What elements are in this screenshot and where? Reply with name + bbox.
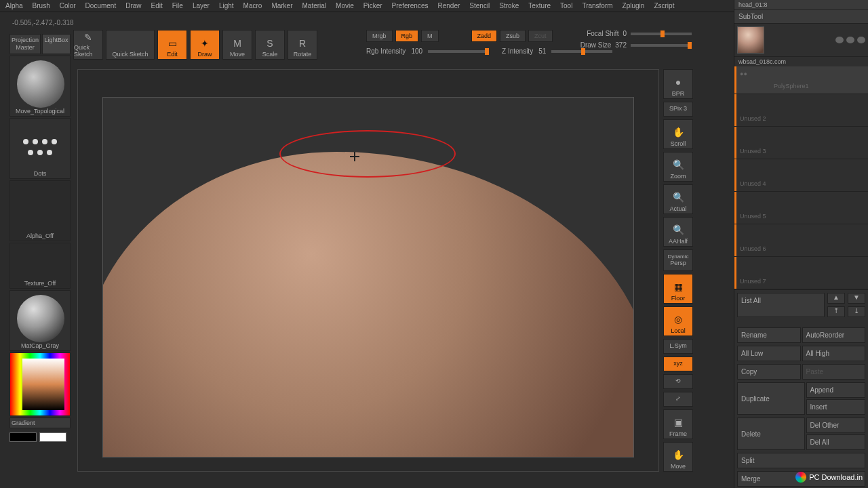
menu-picker[interactable]: Picker bbox=[363, 2, 382, 9]
menu-layer[interactable]: Layer bbox=[193, 2, 210, 9]
menu-tool[interactable]: Tool bbox=[560, 2, 572, 9]
document-frame bbox=[102, 97, 634, 458]
all-low-button[interactable]: All Low bbox=[737, 346, 801, 361]
menu-brush[interactable]: Brush bbox=[33, 2, 50, 9]
lightbox-button[interactable]: LightBox bbox=[42, 34, 71, 54]
all-high-button[interactable]: All High bbox=[802, 346, 866, 361]
aahalf-button[interactable]: 🔍AAHalf bbox=[663, 217, 693, 247]
list-all-button[interactable]: List All bbox=[737, 293, 825, 317]
scale-button[interactable]: SScale bbox=[255, 30, 285, 60]
move-up-button[interactable]: ▲ bbox=[827, 293, 845, 304]
menu-stroke[interactable]: Stroke bbox=[499, 2, 519, 9]
scroll-button[interactable]: ✋Scroll bbox=[663, 119, 693, 149]
menu-zscript[interactable]: Zscript bbox=[654, 2, 674, 9]
stroke-thumbnail[interactable]: Dots bbox=[9, 118, 71, 179]
rgb-intensity-slider[interactable]: Rgb Intensity100 bbox=[366, 47, 489, 55]
insert-button[interactable]: Insert bbox=[806, 399, 866, 415]
menu-zplugin[interactable]: Zplugin bbox=[623, 2, 645, 9]
split-button[interactable]: Split bbox=[737, 453, 865, 468]
menu-marker[interactable]: Marker bbox=[271, 2, 292, 9]
tool-header[interactable]: head_01:8 bbox=[734, 0, 868, 10]
edit-button[interactable]: ▭Edit bbox=[157, 30, 187, 60]
axis-button[interactable]: ⟲ bbox=[663, 374, 693, 389]
menu-file[interactable]: File bbox=[172, 2, 183, 9]
menu-movie[interactable]: Movie bbox=[336, 2, 354, 9]
copy-button[interactable]: Copy bbox=[737, 364, 801, 380]
quick-sketch-button[interactable]: ✎Quick Sketch bbox=[73, 30, 103, 60]
subtool-header[interactable]: SubTool bbox=[734, 10, 868, 24]
subtool-slot-unused[interactable]: Unused 3 bbox=[734, 127, 868, 159]
swatch-row[interactable] bbox=[9, 432, 71, 442]
menu-render[interactable]: Render bbox=[438, 2, 460, 9]
right-nav-shelf: ●BPR SPix 3 ✋Scroll 🔍Zoom 🔍Actual 🔍AAHal… bbox=[663, 69, 693, 472]
m-toggle[interactable]: M bbox=[421, 30, 439, 42]
subtool-slot-unused[interactable]: Unused 6 bbox=[734, 224, 868, 257]
append-button[interactable]: Append bbox=[806, 382, 866, 398]
material-thumbnail[interactable]: MatCap_Gray bbox=[9, 290, 71, 351]
lsym-button[interactable]: L.Sym bbox=[663, 339, 693, 354]
viewport[interactable] bbox=[77, 69, 659, 472]
magnifier-icon: 🔍 bbox=[673, 157, 684, 173]
del-other-button[interactable]: Del Other bbox=[806, 418, 866, 433]
floor-button[interactable]: ▦Floor bbox=[663, 274, 693, 304]
quick-sketch-label[interactable]: Quick Sketch bbox=[106, 30, 155, 60]
menu-edit[interactable]: Edit bbox=[151, 2, 163, 9]
paint-mode-toggles: Mrgb Rgb M Zadd Zsub Zcut bbox=[366, 30, 553, 42]
frame-button[interactable]: ▣Frame bbox=[663, 409, 693, 439]
paste-button[interactable]: Paste bbox=[802, 364, 866, 380]
draw-size-slider[interactable]: Draw Size372 bbox=[580, 41, 692, 49]
zoom-button[interactable]: 🔍Zoom bbox=[663, 152, 693, 182]
rotate-button[interactable]: RRotate bbox=[288, 30, 317, 60]
texture-thumbnail[interactable]: Texture_Off bbox=[9, 243, 71, 289]
xyz-button[interactable]: xyz bbox=[663, 357, 693, 371]
rgb-toggle[interactable]: Rgb bbox=[395, 30, 419, 42]
move-up-end-button[interactable]: ⤒ bbox=[827, 306, 845, 317]
move-down-end-button[interactable]: ⤓ bbox=[848, 306, 865, 317]
menu-alpha[interactable]: Alpha bbox=[5, 2, 23, 9]
actual-button[interactable]: 🔍Actual bbox=[663, 184, 693, 214]
visibility-icons[interactable] bbox=[835, 37, 865, 43]
menu-color[interactable]: Color bbox=[60, 2, 76, 9]
subtool-slot-unused[interactable]: Unused 5 bbox=[734, 192, 868, 224]
menu-transform[interactable]: Transform bbox=[582, 2, 612, 9]
draw-button[interactable]: ✦Draw bbox=[190, 30, 220, 60]
subtool-item-polysphere[interactable]: ●● PolySphere1 bbox=[734, 66, 868, 94]
zsub-toggle[interactable]: Zsub bbox=[500, 30, 526, 42]
gradient-toggle[interactable]: Gradient bbox=[9, 418, 71, 428]
mrgb-toggle[interactable]: Mrgb bbox=[366, 30, 393, 42]
menu-preferences[interactable]: Preferences bbox=[392, 2, 429, 9]
zcut-toggle[interactable]: Zcut bbox=[528, 30, 553, 42]
zadd-toggle[interactable]: Zadd bbox=[471, 30, 498, 42]
del-all-button[interactable]: Del All bbox=[806, 434, 866, 450]
move-down-button[interactable]: ▼ bbox=[848, 293, 865, 304]
delete-button[interactable]: Delete bbox=[737, 418, 805, 450]
subtool-item-head[interactable] bbox=[734, 24, 868, 57]
duplicate-button[interactable]: Duplicate bbox=[737, 382, 805, 415]
local-button[interactable]: ◎Local bbox=[663, 306, 693, 336]
rename-button[interactable]: Rename bbox=[737, 327, 801, 343]
menu-material[interactable]: Material bbox=[302, 2, 327, 9]
menu-draw[interactable]: Draw bbox=[125, 2, 141, 9]
alpha-thumbnail[interactable]: Alpha_Off bbox=[9, 180, 71, 241]
spix-readout[interactable]: SPix 3 bbox=[663, 102, 693, 117]
fit-button[interactable]: ⤢ bbox=[663, 392, 693, 407]
menu-texture[interactable]: Texture bbox=[528, 2, 551, 9]
menu-macro[interactable]: Macro bbox=[243, 2, 262, 9]
menu-document[interactable]: Document bbox=[85, 2, 117, 9]
brush-thumbnail[interactable]: Move_Topological bbox=[9, 56, 71, 117]
menu-stencil[interactable]: Stencil bbox=[469, 2, 490, 9]
grid-icon: ▦ bbox=[674, 279, 683, 295]
persp-button[interactable]: DynamicPersp bbox=[663, 249, 693, 271]
nav-move-button[interactable]: ✋Move bbox=[663, 442, 693, 472]
color-picker[interactable] bbox=[9, 352, 71, 416]
focal-shift-slider[interactable]: Focal Shift0 bbox=[580, 30, 692, 37]
subtool-slot-unused[interactable]: Unused 4 bbox=[734, 159, 868, 192]
bpr-button[interactable]: ●BPR bbox=[663, 69, 693, 99]
subtool-slot-unused[interactable]: Unused 7 bbox=[734, 257, 868, 289]
menu-light[interactable]: Light bbox=[219, 2, 234, 9]
subtool-slot-unused[interactable]: Unused 2 bbox=[734, 94, 868, 127]
coord-readout: -0.505,-2.472,-0.318 bbox=[12, 19, 74, 26]
move-button[interactable]: MMove bbox=[222, 30, 252, 60]
autoreorder-button[interactable]: AutoReorder bbox=[802, 327, 866, 343]
projection-master-button[interactable]: Projection Master bbox=[9, 34, 41, 54]
